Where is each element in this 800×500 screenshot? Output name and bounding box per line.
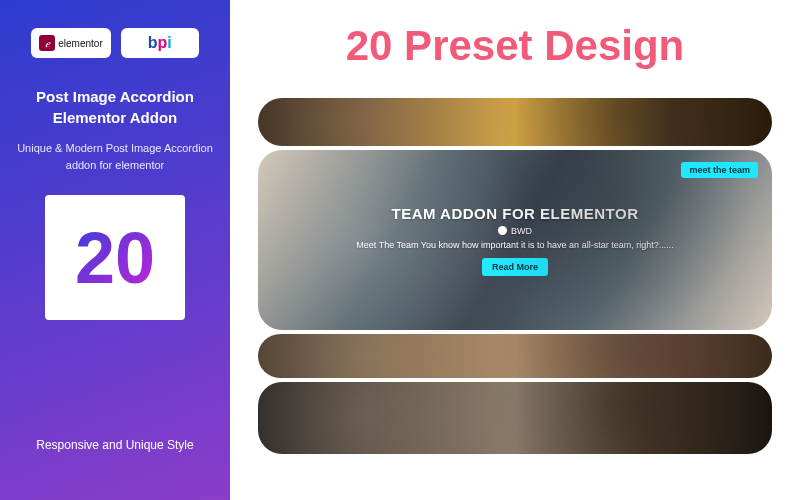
user-icon	[498, 226, 507, 235]
read-more-button[interactable]: Read More	[482, 258, 548, 276]
accordion-item-3[interactable]	[258, 334, 772, 378]
post-title: TEAM ADDON FOR ELEMENTOR	[392, 205, 639, 222]
badges-row: elementor bpi	[31, 28, 198, 58]
author-row: BWD	[498, 226, 532, 236]
bottom-tagline: Responsive and Unique Style	[36, 438, 193, 452]
accordion-item-1[interactable]	[258, 98, 772, 146]
elementor-icon	[39, 35, 55, 51]
post-excerpt: Meet The Team You know how important it …	[356, 240, 673, 250]
count-card: 20	[45, 195, 185, 320]
elementor-label: elementor	[58, 38, 102, 49]
image-accordion: meet the team TEAM ADDON FOR ELEMENTOR B…	[258, 98, 772, 454]
addon-subtitle: Unique & Modern Post Image Accordion add…	[14, 140, 216, 173]
bpi-letter-p: p	[158, 34, 168, 51]
bpi-badge: bpi	[121, 28, 199, 58]
accordion-item-4[interactable]	[258, 382, 772, 454]
elementor-badge: elementor	[31, 28, 110, 58]
bpi-letter-i: i	[167, 34, 171, 51]
category-tag[interactable]: meet the team	[681, 162, 758, 178]
preset-count: 20	[75, 217, 155, 299]
main-area: 20 Preset Design meet the team TEAM ADDO…	[230, 0, 800, 500]
headline: 20 Preset Design	[258, 22, 772, 70]
promo-sidebar: elementor bpi Post Image Accordion Eleme…	[0, 0, 230, 500]
accordion-item-2[interactable]: meet the team TEAM ADDON FOR ELEMENTOR B…	[258, 150, 772, 330]
addon-title: Post Image Accordion Elementor Addon	[14, 86, 216, 128]
author-name: BWD	[511, 226, 532, 236]
bpi-letter-b: b	[148, 34, 158, 51]
